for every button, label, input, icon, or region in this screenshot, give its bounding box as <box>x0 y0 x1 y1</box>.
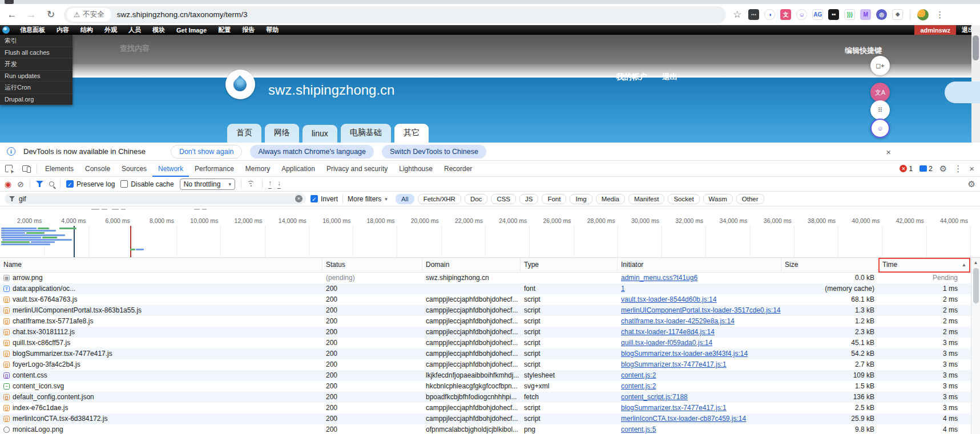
type-pill-js[interactable]: JS <box>519 194 538 204</box>
request-name-cell[interactable]: {}index-e76c1dae.js <box>0 403 322 413</box>
dont-show-again-button[interactable]: Don't show again <box>171 145 243 159</box>
throttling-select[interactable]: No throttling▾ <box>180 179 235 190</box>
profile-avatar[interactable] <box>917 9 929 21</box>
grid-menu-button[interactable]: ⠿ <box>870 100 890 120</box>
admin-menu-item[interactable]: 内容 <box>51 25 75 35</box>
admin-menu-item[interactable]: 结构 <box>75 25 99 35</box>
network-request-row[interactable]: Tdata:application/oc...200font1(memory c… <box>0 283 980 294</box>
network-overview[interactable] <box>0 226 980 258</box>
site-tab-linux[interactable]: linux <box>303 125 337 143</box>
request-name-cell[interactable]: {}chat.tsx-30181112.js <box>0 327 322 338</box>
site-tab-首页[interactable]: 首页 <box>227 124 261 143</box>
network-request-row[interactable]: ▦arrow.png(pending)swz.shipingzhong.cnad… <box>0 273 980 283</box>
record-network-log-icon[interactable]: ◉ <box>5 180 11 188</box>
admin-menu-item[interactable]: 人员 <box>123 25 147 35</box>
admin-dropdown-item[interactable]: 开发 <box>0 58 72 71</box>
translate-float-button[interactable]: 文A <box>870 83 890 102</box>
type-pill-img[interactable]: Img <box>570 194 592 204</box>
night-mode-extension[interactable]: ◑ <box>764 9 775 20</box>
request-name-cell[interactable]: {}quill.tsx-c86cff57.js <box>0 338 322 348</box>
initiator-link[interactable]: content.js:5 <box>621 425 656 433</box>
type-pill-wasm[interactable]: Wasm <box>703 194 733 204</box>
column-header-domain[interactable]: Domain <box>422 258 521 272</box>
network-conditions-icon[interactable] <box>247 181 256 187</box>
network-request-row[interactable]: {}vault.tsx-6764a763.js200camppjleccjaph… <box>0 294 980 305</box>
type-pill-other[interactable]: Other <box>736 194 764 204</box>
admin-menu-item[interactable]: 模块 <box>147 25 171 35</box>
translate-extension[interactable]: 文 <box>780 9 791 20</box>
scroll-thumb[interactable] <box>973 35 979 60</box>
devtools-tab-lighthouse[interactable]: Lighthouse <box>393 161 438 177</box>
request-name-cell[interactable]: {}merlinIconCTA.tsx-6d384172.js <box>0 413 322 424</box>
devtools-tab-sources[interactable]: Sources <box>116 161 152 177</box>
match-chrome-language-button[interactable]: Always match Chrome's language <box>250 145 374 159</box>
initiator-link[interactable]: admin_menu.css?t41ug6 <box>621 274 697 282</box>
extensions-puzzle[interactable]: ❖ <box>892 9 903 20</box>
initiator-link[interactable]: merlinIconCTA.tsx-loader-cb87c459.js:14 <box>621 415 746 423</box>
devtools-settings-icon[interactable]: ⚙ <box>939 164 947 174</box>
type-pill-font[interactable]: Font <box>542 194 566 204</box>
back-icon[interactable]: ← <box>6 9 18 21</box>
type-pill-css[interactable]: CSS <box>491 194 516 204</box>
type-pill-all[interactable]: All <box>396 194 414 204</box>
request-name-cell[interactable]: {}foyerLogo-3fa4c2b4.js <box>0 359 322 370</box>
admin-dropdown-item[interactable]: 索引 <box>0 35 72 47</box>
darkreader-extension[interactable]: •• <box>828 9 839 20</box>
more-tools-extension[interactable]: ⋯ <box>748 9 759 20</box>
address-bar[interactable]: ⚠ 不安全 swz.shipingzhong.cn/taxonomy/term/… <box>64 6 726 23</box>
network-request-row[interactable]: {}chatIframe.tsx-5771afe8.js200camppjlec… <box>0 316 980 327</box>
network-request-row[interactable]: {}merlinIconCTA.tsx-6d384172.js200camppj… <box>0 413 980 424</box>
admin-username-badge[interactable]: adminswz <box>914 25 956 35</box>
site-tab-电脑基础[interactable]: 电脑基础 <box>341 124 391 143</box>
reload-icon[interactable]: ↻ <box>45 9 57 21</box>
request-name-cell[interactable]: ~content_icon.svg <box>0 381 322 392</box>
network-request-row[interactable]: {}quill.tsx-c86cff57.js200camppjleccjaph… <box>0 338 980 348</box>
request-name-cell[interactable]: ▦arrow.png <box>0 273 322 283</box>
forward-icon[interactable]: → <box>25 9 38 21</box>
network-request-row[interactable]: {}blogSummarizer.tsx-7477e417.js200campp… <box>0 348 980 359</box>
signal-extension[interactable]: ))) <box>844 9 855 20</box>
filter-icon[interactable] <box>36 181 43 187</box>
drupal-icon[interactable] <box>2 26 10 34</box>
scroll-thumb[interactable] <box>973 268 979 303</box>
devtools-close-icon[interactable]: × <box>969 164 974 173</box>
devtools-tab-application[interactable]: Application <box>276 161 321 177</box>
initiator-link[interactable]: chatIframe.tsx-loader-42529e8a.js:14 <box>621 317 735 325</box>
network-request-row[interactable]: {}index-e76c1dae.js200camppjleccjaphfdbo… <box>0 403 980 413</box>
site-title[interactable]: swz.shipingzhong.cn <box>268 82 394 98</box>
devtools-tab-privacy-and-security[interactable]: Privacy and security <box>321 161 393 177</box>
column-header-time[interactable]: Time▲ <box>879 258 970 272</box>
initiator-link[interactable]: content.js:2 <box>621 382 656 390</box>
add-widget-button[interactable]: ◻+ <box>870 56 890 75</box>
request-name-cell[interactable]: monicaLogo.png <box>0 424 322 434</box>
initiator-link[interactable]: blogSummarizer.tsx-7477e417.js:1 <box>621 360 727 368</box>
browser-tab[interactable] <box>5 0 14 4</box>
request-name-cell[interactable]: {}blogSummarizer.tsx-7477e417.js <box>0 348 322 359</box>
devtools-tab-console[interactable]: Console <box>79 161 116 177</box>
bookmark-star-icon[interactable]: ☆ <box>733 9 741 21</box>
network-request-row[interactable]: {}merlinUIComponentPortal.tsx-863b1a55.j… <box>0 305 980 316</box>
devtools-tab-performance[interactable]: Performance <box>189 161 240 177</box>
request-name-cell[interactable]: {}vault.tsx-6764a763.js <box>0 294 322 305</box>
network-settings-icon[interactable]: ⚙ <box>968 179 975 189</box>
site-logout-link[interactable]: 退出 <box>662 72 677 82</box>
clear-network-log-icon[interactable]: ⊘ <box>17 180 24 189</box>
chrome-menu-icon[interactable]: ⋮ <box>935 10 945 20</box>
request-name-cell[interactable]: {}chatIframe.tsx-5771afe8.js <box>0 316 322 327</box>
admin-dropdown-item[interactable]: Run updates <box>0 71 72 82</box>
network-request-row[interactable]: {}chat.tsx-30181112.js200camppjleccjaphf… <box>0 327 980 338</box>
initiator-link[interactable]: blogSummarizer.tsx-loader-ae3f43f4.js:14 <box>621 350 748 358</box>
security-chip[interactable]: ⚠ 不安全 <box>67 8 111 22</box>
invert-checkbox[interactable]: ✓Invert <box>310 195 338 203</box>
admin-dropdown-item[interactable]: 运行Cron <box>0 82 72 94</box>
shield-extension[interactable]: ◎ <box>876 9 887 20</box>
site-logo[interactable] <box>225 70 255 99</box>
table-scrollbar[interactable]: ▲ <box>971 258 980 434</box>
request-name-cell[interactable]: {}content.css <box>0 370 322 381</box>
admin-menu-item[interactable]: 帮助 <box>260 25 284 35</box>
admin-dropdown-item[interactable]: Flush all caches <box>0 47 72 58</box>
devtools-tab-elements[interactable]: Elements <box>39 161 79 177</box>
clear-filter-icon[interactable]: × <box>295 195 303 202</box>
column-header-initiator[interactable]: Initiator <box>618 258 781 272</box>
switch-to-chinese-button[interactable]: Switch DevTools to Chinese <box>382 145 486 159</box>
